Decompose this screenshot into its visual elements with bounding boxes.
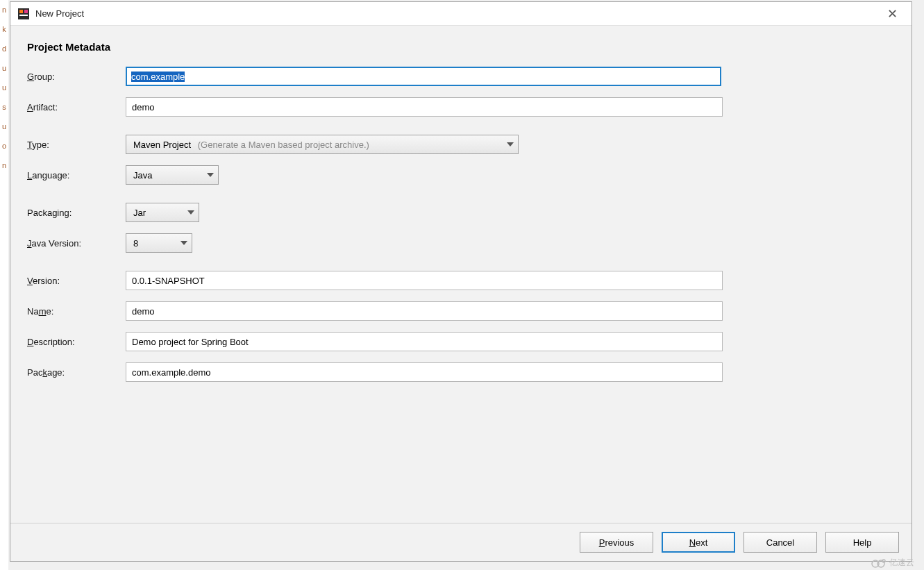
chevron-down-icon <box>207 173 214 177</box>
row-version: Version: <box>27 271 895 290</box>
row-java-version: Java Version: 8 <box>27 233 895 253</box>
help-button[interactable]: Help <box>825 532 899 553</box>
label-name: Name: <box>27 306 126 317</box>
description-input[interactable] <box>126 332 723 351</box>
name-input[interactable] <box>126 301 723 321</box>
label-description: Description: <box>27 337 126 347</box>
new-project-dialog: New Project ✕ Project Metadata Group: co… <box>10 1 912 562</box>
background-editor-gutter: nkduusuon <box>0 0 8 570</box>
close-icon[interactable]: ✕ <box>880 3 905 24</box>
row-type: Type: Maven Project (Generate a Maven ba… <box>27 135 895 154</box>
svg-rect-2 <box>24 10 28 13</box>
label-packaging: Packaging: <box>27 208 126 218</box>
packaging-combo[interactable]: Jar <box>126 203 199 222</box>
svg-rect-1 <box>19 10 23 13</box>
chevron-down-icon <box>180 241 187 245</box>
language-combo[interactable]: Java <box>126 165 219 185</box>
java-version-combo[interactable]: 8 <box>126 233 192 253</box>
package-input[interactable] <box>126 362 723 382</box>
label-java-version: Java Version: <box>27 238 126 249</box>
row-description: Description: <box>27 332 895 351</box>
group-input[interactable]: com.example <box>126 67 721 86</box>
row-artifact: Artifact: <box>27 97 895 117</box>
row-package: Package: <box>27 362 895 382</box>
label-type: Type: <box>27 140 126 150</box>
label-artifact: Artifact: <box>27 102 126 112</box>
app-icon <box>17 8 30 20</box>
chevron-down-icon <box>187 210 194 215</box>
artifact-input[interactable] <box>126 97 723 117</box>
label-version: Version: <box>27 276 126 286</box>
label-group: Group: <box>27 72 126 82</box>
svg-rect-3 <box>19 15 28 16</box>
section-heading: Project Metadata <box>27 41 895 53</box>
cancel-button[interactable]: Cancel <box>744 532 817 553</box>
chevron-down-icon <box>507 142 514 146</box>
next-button[interactable]: Next <box>662 532 735 553</box>
titlebar: New Project ✕ <box>10 2 912 26</box>
row-packaging: Packaging: Jar <box>27 203 895 222</box>
window-title: New Project <box>35 8 880 19</box>
previous-button[interactable]: Previous <box>580 532 653 553</box>
row-name: Name: <box>27 301 895 321</box>
type-combo[interactable]: Maven Project (Generate a Maven based pr… <box>126 135 519 154</box>
label-package: Package: <box>27 367 126 378</box>
version-input[interactable] <box>126 271 723 290</box>
button-bar: Previous Next Cancel Help <box>10 523 912 561</box>
watermark: 亿速云 <box>871 557 914 569</box>
row-group: Group: com.example <box>27 67 895 86</box>
label-language: Language: <box>27 170 126 181</box>
dialog-content: Project Metadata Group: com.example Arti… <box>10 26 912 523</box>
row-language: Language: Java <box>27 165 895 185</box>
